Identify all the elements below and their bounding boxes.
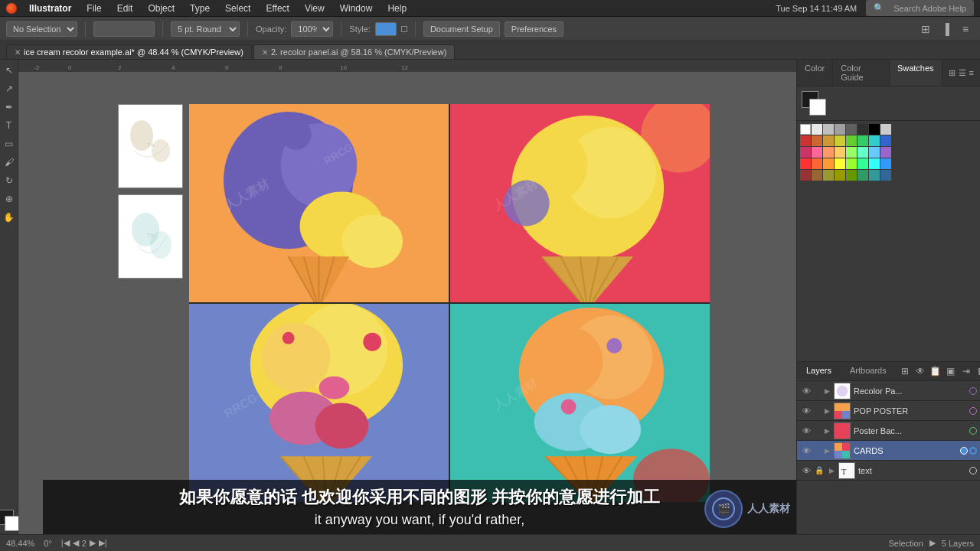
brush-tool[interactable]: 🖌 <box>2 155 17 170</box>
swatch-sky[interactable] <box>869 147 880 158</box>
prev-frame-btn[interactable]: ◀ <box>73 538 79 548</box>
swatch-red[interactable] <box>800 135 811 146</box>
page-number[interactable]: 2 <box>82 539 87 548</box>
stroke-size-dropdown[interactable]: 5 pt. Round <box>171 21 240 37</box>
arrange-windows-button[interactable]: ⊞ <box>917 21 934 37</box>
swatch-blue[interactable] <box>880 135 891 146</box>
type-tool[interactable]: T <box>2 118 17 133</box>
swatch-dark-red[interactable] <box>800 170 811 181</box>
layer-expand-poster[interactable]: ▶ <box>822 425 832 436</box>
layer-row-poster-bac[interactable]: 👁 ▶ Poster Bac... <box>797 421 980 441</box>
layer-visibility-poster[interactable]: 👁 <box>800 425 812 437</box>
color-boxes[interactable] <box>802 91 826 116</box>
menu-help[interactable]: Help <box>384 2 410 15</box>
swatch-orange-red[interactable] <box>812 135 822 146</box>
artboard-thumb-2[interactable]: Th <box>118 194 183 279</box>
menu-type[interactable]: Type <box>187 2 213 15</box>
prev-page-btn[interactable]: |◀ <box>61 538 70 548</box>
tab-color[interactable]: Color <box>797 60 833 86</box>
swatch-vivid-mint[interactable] <box>858 158 868 169</box>
background-color[interactable] <box>5 516 20 531</box>
opacity-dropdown[interactable]: 100% <box>291 21 333 37</box>
selection-tool[interactable]: ↖ <box>2 63 17 78</box>
list-view-icon[interactable]: ☰ <box>959 68 966 78</box>
zoom-tool[interactable]: ⊕ <box>2 191 17 207</box>
swatch-olive[interactable] <box>823 170 834 181</box>
swatch-gray[interactable] <box>823 124 834 135</box>
swatch-cyan[interactable] <box>869 135 880 146</box>
layer-select-circle-pop[interactable] <box>969 407 977 415</box>
layer-expand-cards[interactable]: ▶ <box>822 445 832 456</box>
swatch-vivid-amber[interactable] <box>823 158 834 169</box>
layer-expand-pop[interactable]: ▶ <box>822 406 832 416</box>
swatch-gold[interactable] <box>835 147 845 158</box>
panel-menu-icon[interactable]: ≡ <box>969 68 974 77</box>
tab-recolor-panel[interactable]: ✕ 2. recolor panel.ai @ 58.16 % (CMYK/Pr… <box>253 44 455 59</box>
swatch-mint[interactable] <box>858 147 868 158</box>
layer-lock-text[interactable]: 🔒 <box>814 465 825 476</box>
panel-menu-button[interactable]: ≡ <box>957 21 974 37</box>
fill-color-box[interactable] <box>809 99 826 116</box>
menu-file[interactable]: File <box>83 2 104 15</box>
color-preview[interactable] <box>0 510 20 531</box>
make-clip-mask-btn[interactable]: ▣ <box>945 365 957 377</box>
swatch-purple[interactable] <box>880 147 891 158</box>
swatch-dark-gray[interactable] <box>846 124 857 135</box>
layer-expand-recolor[interactable]: ▶ <box>822 386 832 396</box>
swatch-peach[interactable] <box>823 147 834 158</box>
swatch-darker-gray[interactable] <box>858 124 868 135</box>
swatch-dark-lime[interactable] <box>846 170 857 181</box>
menu-edit[interactable]: Edit <box>114 2 136 15</box>
swatch-vivid-red[interactable] <box>800 158 811 169</box>
layer-select-circle-poster[interactable] <box>969 427 977 435</box>
tab-layers[interactable]: Layers <box>797 362 841 380</box>
swatch-vivid-lime[interactable] <box>846 158 857 169</box>
swatch-dark-cyan[interactable] <box>869 170 880 181</box>
menu-window[interactable]: Window <box>337 2 376 15</box>
layer-row-text[interactable]: 👁 🔒 ▶ T text <box>797 461 980 481</box>
menu-select[interactable]: Select <box>222 2 253 15</box>
canvas-content[interactable]: Th Th <box>31 72 796 534</box>
menu-view[interactable]: View <box>302 2 328 15</box>
layer-select-circle-text[interactable] <box>969 467 977 474</box>
grid-view-icon[interactable]: ⊞ <box>949 68 956 78</box>
tab-swatches[interactable]: Swatches <box>890 60 942 86</box>
layer-move-btn[interactable]: ⇥ <box>960 365 972 377</box>
layer-visibility-btn[interactable]: 👁 <box>914 365 926 377</box>
selection-dropdown[interactable]: No Selection <box>6 21 77 37</box>
rotate-tool[interactable]: ↻ <box>2 173 17 188</box>
swatch-green[interactable] <box>846 135 857 146</box>
swatch-light-gray[interactable] <box>812 124 822 135</box>
layer-visibility-pop[interactable]: 👁 <box>800 405 812 417</box>
swatch-black[interactable] <box>869 124 880 135</box>
menu-illustrator[interactable]: Illustrator <box>26 2 74 15</box>
layer-visibility-recolor[interactable]: 👁 <box>800 385 812 397</box>
swatch-white[interactable] <box>800 124 811 135</box>
search-adobe-help[interactable]: 🔍 Search Adobe Help <box>866 0 974 16</box>
layer-row-recolor[interactable]: 👁 ▶ Recolor Pa... <box>797 381 980 401</box>
document-setup-button[interactable]: Document Setup <box>423 21 500 37</box>
layer-select-circle-cards[interactable] <box>969 447 977 455</box>
pen-tool[interactable]: ✒ <box>2 99 17 115</box>
swatch-dark-teal[interactable] <box>858 170 868 181</box>
swatch-yellow[interactable] <box>835 135 845 146</box>
tab-color-guide[interactable]: Color Guide <box>833 60 890 86</box>
swatch-silver[interactable] <box>880 124 891 135</box>
menu-object[interactable]: Object <box>145 2 178 15</box>
preferences-button[interactable]: Preferences <box>505 21 564 37</box>
shape-tool[interactable]: ▭ <box>2 136 17 152</box>
layer-expand-text[interactable]: ▶ <box>826 465 837 476</box>
tab-close-1[interactable]: ✕ <box>15 48 21 57</box>
next-page-btn[interactable]: ▶| <box>99 538 107 548</box>
tab-artboards[interactable]: Artboards <box>841 362 896 380</box>
panel-options-menu[interactable]: ⊞ ☰ ≡ <box>942 60 980 86</box>
swatch-vivid-orange[interactable] <box>812 158 822 169</box>
layer-options-btn[interactable]: ⊞ <box>899 365 911 377</box>
swatch-vivid-yellow[interactable] <box>835 158 845 169</box>
swatch-hot-pink[interactable] <box>812 147 822 158</box>
swatch-pink[interactable] <box>800 147 811 158</box>
artboard-thumb-1[interactable]: Th <box>118 104 183 188</box>
swatch-mid-gray[interactable] <box>835 124 845 135</box>
apple-menu-icon[interactable] <box>6 3 17 14</box>
layer-visibility-text[interactable]: 👁 <box>800 465 812 477</box>
